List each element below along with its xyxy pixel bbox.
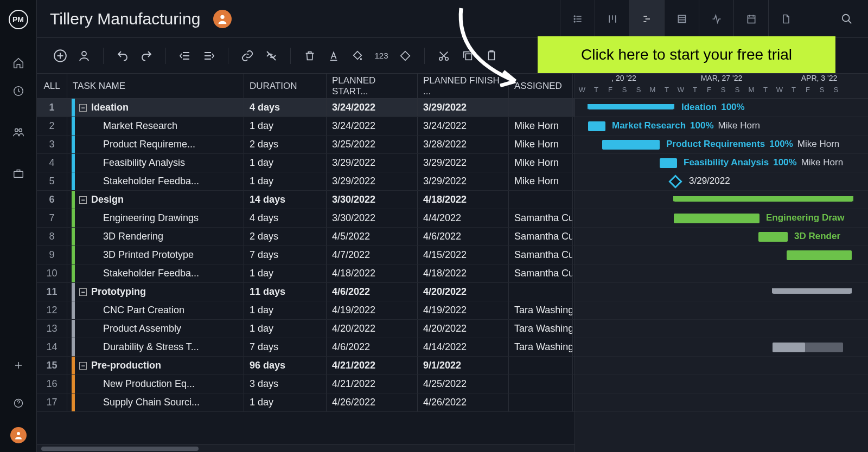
finish-cell[interactable]: 4/26/2022 bbox=[418, 393, 509, 411]
finish-cell[interactable]: 9/1/2022 bbox=[418, 357, 509, 374]
gantt-row[interactable]: Ideation100% bbox=[575, 99, 868, 117]
task-name-cell[interactable]: 3D Printed Prototype bbox=[67, 246, 244, 264]
task-name-cell[interactable]: −Pre-production bbox=[67, 357, 244, 374]
board-view-icon[interactable] bbox=[595, 0, 629, 37]
finish-cell[interactable]: 4/18/2022 bbox=[418, 191, 509, 209]
assigned-cell[interactable] bbox=[509, 99, 573, 117]
assigned-cell[interactable]: Tara Washing bbox=[509, 320, 573, 338]
duration-cell[interactable]: 2 days bbox=[244, 228, 327, 246]
task-name-cell[interactable]: 3D Rendering bbox=[67, 228, 244, 246]
assigned-cell[interactable]: Mike Horn bbox=[509, 154, 573, 172]
table-row[interactable]: 16New Production Eq...3 days4/21/20224/2… bbox=[37, 375, 575, 393]
duration-cell[interactable]: 1 day bbox=[244, 264, 327, 282]
cta-banner[interactable]: Click here to start your free trial bbox=[538, 36, 835, 73]
task-bar[interactable] bbox=[588, 121, 605, 131]
table-row[interactable]: 10Stakeholder Feedba...1 day4/18/20224/1… bbox=[37, 264, 575, 283]
indent-icon[interactable] bbox=[201, 48, 217, 64]
table-row[interactable]: 2Market Research1 day3/24/20223/24/2022M… bbox=[37, 117, 575, 135]
gantt-row[interactable] bbox=[575, 375, 868, 393]
table-row[interactable]: 7Engineering Drawings4 days3/30/20224/4/… bbox=[37, 209, 575, 228]
assigned-cell[interactable] bbox=[509, 191, 573, 209]
assigned-cell[interactable]: Mike Horn bbox=[509, 117, 573, 135]
milestone-marker[interactable] bbox=[668, 175, 682, 188]
task-bar[interactable] bbox=[660, 158, 677, 168]
gantt-row[interactable] bbox=[575, 393, 868, 412]
horizontal-scrollbar[interactable] bbox=[37, 444, 575, 452]
text-color-icon[interactable] bbox=[326, 48, 342, 64]
table-row[interactable]: 4Feasibility Analysis1 day3/29/20223/29/… bbox=[37, 154, 575, 172]
clock-icon[interactable] bbox=[0, 77, 37, 105]
task-name-cell[interactable]: Stakeholder Feedba... bbox=[67, 264, 244, 282]
finish-cell[interactable]: 4/14/2022 bbox=[418, 338, 509, 356]
duration-cell[interactable]: 14 days bbox=[244, 191, 327, 209]
task-name-cell[interactable]: Stakeholder Feedba... bbox=[67, 172, 244, 190]
delete-icon[interactable] bbox=[302, 48, 318, 64]
finish-cell[interactable]: 4/4/2022 bbox=[418, 209, 509, 227]
table-row[interactable]: 3Product Requireme...2 days3/25/20223/28… bbox=[37, 135, 575, 154]
table-row[interactable]: 93D Printed Prototype7 days4/7/20224/15/… bbox=[37, 246, 575, 264]
col-all[interactable]: ALL bbox=[37, 74, 67, 98]
start-cell[interactable]: 3/29/2022 bbox=[327, 172, 418, 190]
summary-bar[interactable] bbox=[773, 288, 851, 294]
collapse-icon[interactable]: − bbox=[79, 104, 87, 112]
table-row[interactable]: 5Stakeholder Feedba...1 day3/29/20223/29… bbox=[37, 172, 575, 191]
start-cell[interactable]: 3/30/2022 bbox=[327, 191, 418, 209]
add-icon[interactable] bbox=[0, 351, 37, 379]
table-row[interactable]: 6−Design14 days3/30/20224/18/2022 bbox=[37, 191, 575, 209]
finish-cell[interactable]: 3/29/2022 bbox=[418, 154, 509, 172]
gantt-view-icon[interactable] bbox=[629, 0, 664, 37]
task-name-cell[interactable]: Durability & Stress T... bbox=[67, 338, 244, 356]
duration-cell[interactable]: 4 days bbox=[244, 209, 327, 227]
col-name[interactable]: TASK NAME bbox=[67, 74, 244, 98]
duration-cell[interactable]: 3 days bbox=[244, 375, 327, 393]
task-name-cell[interactable]: Engineering Drawings bbox=[67, 209, 244, 227]
finish-cell[interactable]: 3/24/2022 bbox=[418, 117, 509, 135]
assigned-cell[interactable] bbox=[509, 357, 573, 374]
task-name-cell[interactable]: Supply Chain Sourci... bbox=[67, 393, 244, 411]
task-bar[interactable] bbox=[602, 140, 660, 150]
finish-cell[interactable]: 4/19/2022 bbox=[418, 301, 509, 319]
assigned-cell[interactable] bbox=[509, 375, 573, 393]
assigned-cell[interactable]: Samantha Cu bbox=[509, 209, 573, 227]
sheet-view-icon[interactable] bbox=[664, 0, 699, 37]
task-name-cell[interactable]: New Production Eq... bbox=[67, 375, 244, 393]
table-row[interactable]: 15−Pre-production96 days4/21/20229/1/202… bbox=[37, 357, 575, 375]
link-icon[interactable] bbox=[239, 48, 256, 64]
table-row[interactable]: 12CNC Part Creation1 day4/19/20224/19/20… bbox=[37, 301, 575, 320]
task-bar[interactable] bbox=[674, 214, 760, 223]
finish-cell[interactable]: 4/20/2022 bbox=[418, 283, 509, 301]
gantt-row[interactable] bbox=[575, 301, 868, 320]
assign-icon[interactable] bbox=[76, 48, 92, 64]
table-row[interactable]: 13Product Assembly1 day4/20/20224/20/202… bbox=[37, 320, 575, 338]
finish-cell[interactable]: 4/15/2022 bbox=[418, 246, 509, 264]
assigned-cell[interactable]: Mike Horn bbox=[509, 135, 573, 153]
start-cell[interactable]: 4/26/2022 bbox=[327, 393, 418, 411]
task-name-cell[interactable]: CNC Part Creation bbox=[67, 301, 244, 319]
redo-icon[interactable] bbox=[138, 48, 155, 64]
project-avatar[interactable] bbox=[213, 10, 232, 28]
gantt-row[interactable]: Product Requirements100%Mike Horn bbox=[575, 135, 868, 154]
col-assigned[interactable]: ASSIGNED bbox=[509, 74, 573, 98]
col-finish[interactable]: PLANNED FINISH ... bbox=[418, 74, 509, 98]
task-name-cell[interactable]: Market Research bbox=[67, 117, 244, 135]
assigned-cell[interactable]: Tara Washing bbox=[509, 338, 573, 356]
gantt-row[interactable] bbox=[575, 320, 868, 338]
assigned-cell[interactable] bbox=[509, 393, 573, 411]
table-row[interactable]: 83D Rendering2 days4/5/20224/6/2022Saman… bbox=[37, 228, 575, 246]
gantt-row[interactable] bbox=[575, 191, 868, 209]
collapse-icon[interactable]: − bbox=[79, 362, 87, 370]
home-icon[interactable] bbox=[0, 49, 37, 77]
unlink-icon[interactable] bbox=[263, 48, 279, 64]
start-cell[interactable]: 4/21/2022 bbox=[327, 357, 418, 374]
finish-cell[interactable]: 4/6/2022 bbox=[418, 228, 509, 246]
numbering-icon[interactable]: 123 bbox=[373, 48, 390, 64]
task-name-cell[interactable]: Feasibility Analysis bbox=[67, 154, 244, 172]
table-row[interactable]: 17Supply Chain Sourci...1 day4/26/20224/… bbox=[37, 393, 575, 412]
task-name-cell[interactable]: Product Requireme... bbox=[67, 135, 244, 153]
duration-cell[interactable]: 11 days bbox=[244, 283, 327, 301]
assigned-cell[interactable]: Samantha Cu bbox=[509, 228, 573, 246]
calendar-view-icon[interactable] bbox=[733, 0, 768, 37]
col-start[interactable]: PLANNED START... bbox=[327, 74, 418, 98]
task-name-cell[interactable]: −Ideation bbox=[67, 99, 244, 117]
start-cell[interactable]: 4/6/2022 bbox=[327, 338, 418, 356]
